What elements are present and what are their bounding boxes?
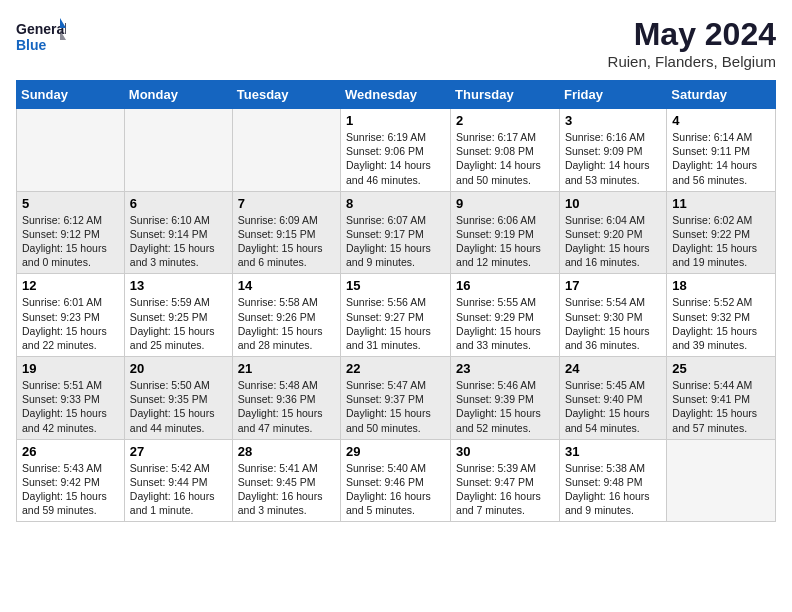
day-info: Sunrise: 5:50 AM Sunset: 9:35 PM Dayligh… xyxy=(130,378,227,435)
day-cell-10: 10Sunrise: 6:04 AM Sunset: 9:20 PM Dayli… xyxy=(559,191,666,274)
day-cell-29: 29Sunrise: 5:40 AM Sunset: 9:46 PM Dayli… xyxy=(341,439,451,522)
day-number: 7 xyxy=(238,196,335,211)
day-info: Sunrise: 6:10 AM Sunset: 9:14 PM Dayligh… xyxy=(130,213,227,270)
day-info: Sunrise: 6:07 AM Sunset: 9:17 PM Dayligh… xyxy=(346,213,445,270)
header-day-thursday: Thursday xyxy=(451,81,560,109)
day-info: Sunrise: 5:46 AM Sunset: 9:39 PM Dayligh… xyxy=(456,378,554,435)
day-info: Sunrise: 5:39 AM Sunset: 9:47 PM Dayligh… xyxy=(456,461,554,518)
day-number: 4 xyxy=(672,113,770,128)
day-info: Sunrise: 5:56 AM Sunset: 9:27 PM Dayligh… xyxy=(346,295,445,352)
day-info: Sunrise: 5:44 AM Sunset: 9:41 PM Dayligh… xyxy=(672,378,770,435)
day-number: 25 xyxy=(672,361,770,376)
day-info: Sunrise: 6:02 AM Sunset: 9:22 PM Dayligh… xyxy=(672,213,770,270)
day-info: Sunrise: 5:38 AM Sunset: 9:48 PM Dayligh… xyxy=(565,461,661,518)
day-cell-28: 28Sunrise: 5:41 AM Sunset: 9:45 PM Dayli… xyxy=(232,439,340,522)
day-number: 14 xyxy=(238,278,335,293)
week-row-1: 1Sunrise: 6:19 AM Sunset: 9:06 PM Daylig… xyxy=(17,109,776,192)
day-info: Sunrise: 5:58 AM Sunset: 9:26 PM Dayligh… xyxy=(238,295,335,352)
day-cell-17: 17Sunrise: 5:54 AM Sunset: 9:30 PM Dayli… xyxy=(559,274,666,357)
day-cell-empty xyxy=(124,109,232,192)
week-row-4: 19Sunrise: 5:51 AM Sunset: 9:33 PM Dayli… xyxy=(17,357,776,440)
day-info: Sunrise: 6:04 AM Sunset: 9:20 PM Dayligh… xyxy=(565,213,661,270)
day-number: 27 xyxy=(130,444,227,459)
day-cell-14: 14Sunrise: 5:58 AM Sunset: 9:26 PM Dayli… xyxy=(232,274,340,357)
day-number: 5 xyxy=(22,196,119,211)
day-cell-25: 25Sunrise: 5:44 AM Sunset: 9:41 PM Dayli… xyxy=(667,357,776,440)
day-info: Sunrise: 5:48 AM Sunset: 9:36 PM Dayligh… xyxy=(238,378,335,435)
header-day-tuesday: Tuesday xyxy=(232,81,340,109)
day-cell-13: 13Sunrise: 5:59 AM Sunset: 9:25 PM Dayli… xyxy=(124,274,232,357)
header-day-saturday: Saturday xyxy=(667,81,776,109)
day-info: Sunrise: 5:41 AM Sunset: 9:45 PM Dayligh… xyxy=(238,461,335,518)
day-info: Sunrise: 6:14 AM Sunset: 9:11 PM Dayligh… xyxy=(672,130,770,187)
day-info: Sunrise: 5:43 AM Sunset: 9:42 PM Dayligh… xyxy=(22,461,119,518)
day-number: 9 xyxy=(456,196,554,211)
day-number: 18 xyxy=(672,278,770,293)
logo: General Blue xyxy=(16,16,66,60)
day-cell-27: 27Sunrise: 5:42 AM Sunset: 9:44 PM Dayli… xyxy=(124,439,232,522)
title-block: May 2024 Ruien, Flanders, Belgium xyxy=(608,16,776,70)
day-info: Sunrise: 6:09 AM Sunset: 9:15 PM Dayligh… xyxy=(238,213,335,270)
day-cell-16: 16Sunrise: 5:55 AM Sunset: 9:29 PM Dayli… xyxy=(451,274,560,357)
day-info: Sunrise: 6:06 AM Sunset: 9:19 PM Dayligh… xyxy=(456,213,554,270)
day-number: 23 xyxy=(456,361,554,376)
header-day-monday: Monday xyxy=(124,81,232,109)
day-cell-6: 6Sunrise: 6:10 AM Sunset: 9:14 PM Daylig… xyxy=(124,191,232,274)
day-info: Sunrise: 5:40 AM Sunset: 9:46 PM Dayligh… xyxy=(346,461,445,518)
day-number: 8 xyxy=(346,196,445,211)
day-info: Sunrise: 5:54 AM Sunset: 9:30 PM Dayligh… xyxy=(565,295,661,352)
day-cell-11: 11Sunrise: 6:02 AM Sunset: 9:22 PM Dayli… xyxy=(667,191,776,274)
day-number: 12 xyxy=(22,278,119,293)
location: Ruien, Flanders, Belgium xyxy=(608,53,776,70)
day-cell-4: 4Sunrise: 6:14 AM Sunset: 9:11 PM Daylig… xyxy=(667,109,776,192)
day-number: 29 xyxy=(346,444,445,459)
day-info: Sunrise: 6:12 AM Sunset: 9:12 PM Dayligh… xyxy=(22,213,119,270)
day-number: 16 xyxy=(456,278,554,293)
day-cell-7: 7Sunrise: 6:09 AM Sunset: 9:15 PM Daylig… xyxy=(232,191,340,274)
day-cell-30: 30Sunrise: 5:39 AM Sunset: 9:47 PM Dayli… xyxy=(451,439,560,522)
day-info: Sunrise: 5:59 AM Sunset: 9:25 PM Dayligh… xyxy=(130,295,227,352)
day-cell-9: 9Sunrise: 6:06 AM Sunset: 9:19 PM Daylig… xyxy=(451,191,560,274)
day-number: 2 xyxy=(456,113,554,128)
day-number: 11 xyxy=(672,196,770,211)
day-number: 3 xyxy=(565,113,661,128)
svg-text:General: General xyxy=(16,21,66,37)
calendar-table: SundayMondayTuesdayWednesdayThursdayFrid… xyxy=(16,80,776,522)
day-number: 30 xyxy=(456,444,554,459)
day-cell-20: 20Sunrise: 5:50 AM Sunset: 9:35 PM Dayli… xyxy=(124,357,232,440)
day-cell-8: 8Sunrise: 6:07 AM Sunset: 9:17 PM Daylig… xyxy=(341,191,451,274)
day-number: 24 xyxy=(565,361,661,376)
header-row: SundayMondayTuesdayWednesdayThursdayFrid… xyxy=(17,81,776,109)
day-cell-3: 3Sunrise: 6:16 AM Sunset: 9:09 PM Daylig… xyxy=(559,109,666,192)
svg-text:Blue: Blue xyxy=(16,37,47,53)
logo-svg: General Blue xyxy=(16,16,66,60)
day-cell-19: 19Sunrise: 5:51 AM Sunset: 9:33 PM Dayli… xyxy=(17,357,125,440)
day-cell-23: 23Sunrise: 5:46 AM Sunset: 9:39 PM Dayli… xyxy=(451,357,560,440)
day-number: 1 xyxy=(346,113,445,128)
day-number: 22 xyxy=(346,361,445,376)
day-number: 6 xyxy=(130,196,227,211)
day-cell-empty xyxy=(232,109,340,192)
header-day-sunday: Sunday xyxy=(17,81,125,109)
day-info: Sunrise: 5:45 AM Sunset: 9:40 PM Dayligh… xyxy=(565,378,661,435)
week-row-2: 5Sunrise: 6:12 AM Sunset: 9:12 PM Daylig… xyxy=(17,191,776,274)
week-row-5: 26Sunrise: 5:43 AM Sunset: 9:42 PM Dayli… xyxy=(17,439,776,522)
day-cell-15: 15Sunrise: 5:56 AM Sunset: 9:27 PM Dayli… xyxy=(341,274,451,357)
day-cell-22: 22Sunrise: 5:47 AM Sunset: 9:37 PM Dayli… xyxy=(341,357,451,440)
day-number: 13 xyxy=(130,278,227,293)
day-cell-empty xyxy=(667,439,776,522)
day-info: Sunrise: 5:55 AM Sunset: 9:29 PM Dayligh… xyxy=(456,295,554,352)
day-cell-24: 24Sunrise: 5:45 AM Sunset: 9:40 PM Dayli… xyxy=(559,357,666,440)
day-number: 21 xyxy=(238,361,335,376)
day-number: 10 xyxy=(565,196,661,211)
day-cell-2: 2Sunrise: 6:17 AM Sunset: 9:08 PM Daylig… xyxy=(451,109,560,192)
day-number: 31 xyxy=(565,444,661,459)
day-info: Sunrise: 5:52 AM Sunset: 9:32 PM Dayligh… xyxy=(672,295,770,352)
day-info: Sunrise: 6:17 AM Sunset: 9:08 PM Dayligh… xyxy=(456,130,554,187)
day-number: 28 xyxy=(238,444,335,459)
month-title: May 2024 xyxy=(608,16,776,53)
day-cell-empty xyxy=(17,109,125,192)
day-info: Sunrise: 6:19 AM Sunset: 9:06 PM Dayligh… xyxy=(346,130,445,187)
day-number: 20 xyxy=(130,361,227,376)
day-cell-5: 5Sunrise: 6:12 AM Sunset: 9:12 PM Daylig… xyxy=(17,191,125,274)
